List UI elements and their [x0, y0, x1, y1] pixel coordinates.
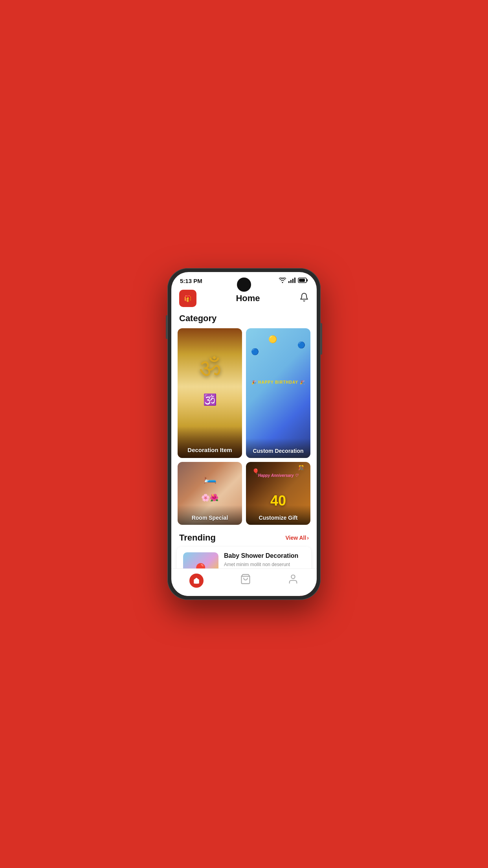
- app-logo: 🎁: [179, 290, 196, 307]
- cart-icon: [240, 574, 251, 587]
- gift-bal2: 🎊: [298, 465, 304, 471]
- svg-rect-2: [292, 279, 294, 283]
- category-label-room: Room Special: [178, 515, 242, 521]
- category-label-custom: Custom Decoration: [246, 448, 310, 454]
- view-all-label: View All: [285, 535, 306, 541]
- bell-icon[interactable]: [299, 292, 309, 304]
- category-grid-proper: ॐ 🕉️ Decoration Item 🔵 🟡 🔵 🎉 HAPPY BIRTH…: [171, 328, 317, 525]
- chevron-right-icon: ›: [307, 535, 309, 541]
- category-card-decoration-item[interactable]: ॐ 🕉️ Decoration Item: [178, 328, 242, 458]
- category-title: Category: [171, 312, 317, 328]
- category-card-customize-gift[interactable]: 🎈 🎊 Happy Anniversary ♡ 40 Customize Gif…: [246, 462, 310, 525]
- bal2: 🟡: [268, 335, 277, 344]
- trending-name-baby: Baby Shower Decoration: [224, 552, 305, 559]
- trending-title: Trending: [179, 533, 216, 543]
- flower-emoji: 🌸🌺: [201, 493, 218, 502]
- view-all-button[interactable]: View All ›: [285, 535, 309, 541]
- hb-text: 🎉 HAPPY BIRTHDAY 🎉: [251, 380, 305, 384]
- svg-rect-6: [299, 279, 305, 282]
- profile-icon: [288, 574, 299, 587]
- status-icons: [279, 278, 308, 284]
- logo-gift-icon: 🎁: [184, 295, 192, 302]
- category-label-gift: Customize Gift: [246, 515, 310, 521]
- category-card-room-special[interactable]: 🛏️ 🌸🌺 Room Special: [178, 462, 242, 525]
- home-icon: [189, 574, 204, 588]
- category-card-custom-decoration[interactable]: 🔵 🟡 🔵 🎉 HAPPY BIRTHDAY 🎉 Custom Decorati…: [246, 328, 310, 458]
- svg-point-8: [291, 575, 295, 579]
- bal1: 🔵: [251, 348, 259, 355]
- bottom-nav: [171, 568, 317, 596]
- signal-icon: [288, 278, 295, 284]
- main-scroll: Category ॐ 🕉️ Decoration Item 🔵 🟡 🔵 🎉 HA…: [171, 312, 317, 596]
- svg-rect-0: [288, 281, 290, 283]
- category-section: Category ॐ 🕉️ Decoration Item 🔵 🟡 🔵 🎉 HA…: [171, 312, 317, 525]
- category-label-decoration: Decoration Item: [178, 447, 242, 453]
- bal3: 🔵: [297, 341, 305, 349]
- camera-notch: [237, 278, 251, 292]
- svg-rect-5: [306, 279, 308, 281]
- wifi-icon: [279, 278, 286, 284]
- room-emoji: 🛏️: [203, 471, 217, 484]
- om-symbol: ॐ: [199, 352, 221, 383]
- card1-gradient: [178, 427, 242, 458]
- page-title: Home: [236, 293, 260, 303]
- svg-rect-3: [294, 278, 295, 283]
- nav-cart[interactable]: [240, 574, 251, 587]
- status-time: 5:13 PM: [180, 278, 202, 284]
- nav-home[interactable]: [189, 574, 204, 588]
- deity-icon: 🕉️: [203, 393, 217, 406]
- battery-icon: [298, 278, 308, 284]
- trending-header: Trending View All ›: [171, 525, 317, 547]
- nav-profile[interactable]: [288, 574, 299, 587]
- svg-rect-1: [290, 280, 292, 283]
- anniv-text: Happy Anniversary ♡: [258, 473, 299, 478]
